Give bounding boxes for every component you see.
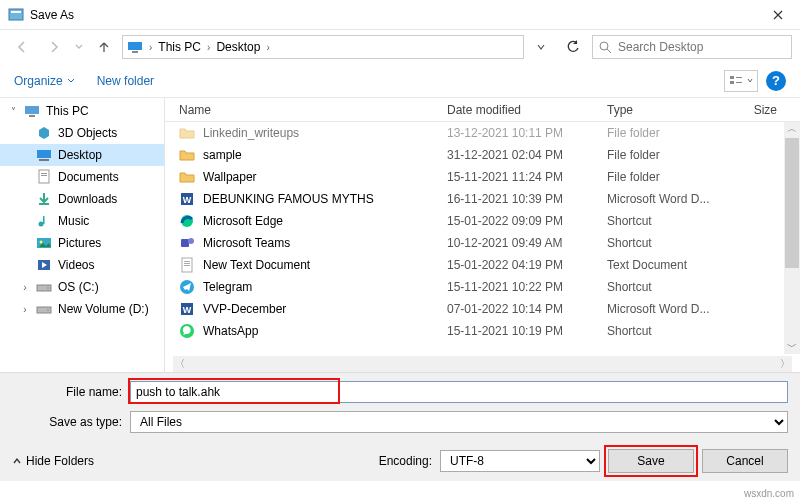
txt-icon [179, 257, 197, 273]
file-row[interactable]: Telegram15-11-2021 10:22 PMShortcut [165, 276, 800, 298]
file-row[interactable]: WVVP-December07-01-2022 10:14 PMMicrosof… [165, 298, 800, 320]
cancel-button[interactable]: Cancel [702, 449, 788, 473]
tree-item[interactable]: Downloads [0, 188, 164, 210]
saveas-type-select[interactable]: All Files [130, 411, 788, 433]
up-button[interactable] [90, 35, 118, 59]
breadcrumb-folder[interactable]: Desktop [214, 40, 262, 54]
word-icon: W [179, 191, 197, 207]
file-name: New Text Document [203, 258, 447, 272]
help-button[interactable]: ? [766, 71, 786, 91]
svg-rect-32 [184, 261, 190, 262]
col-date[interactable]: Date modified [447, 103, 607, 117]
refresh-button[interactable] [558, 35, 588, 59]
svg-rect-0 [9, 9, 23, 20]
file-name: DEBUNKING FAMOUS MYTHS [203, 192, 447, 206]
file-name: Telegram [203, 280, 447, 294]
file-type: File folder [607, 148, 737, 162]
file-name: VVP-December [203, 302, 447, 316]
tree-item[interactable]: Pictures [0, 232, 164, 254]
file-type: Shortcut [607, 280, 737, 294]
3d-icon [36, 125, 52, 141]
file-type: Shortcut [607, 236, 737, 250]
tree-item[interactable]: 3D Objects [0, 122, 164, 144]
drive-icon [36, 301, 52, 317]
col-name[interactable]: Name [179, 103, 447, 117]
breadcrumb[interactable]: › This PC › Desktop › [122, 35, 524, 59]
column-headers[interactable]: Name Date modified Type Size [165, 98, 800, 122]
encoding-select[interactable]: UTF-8 [440, 450, 600, 472]
tree-item[interactable]: ›OS (C:) [0, 276, 164, 298]
tree-item[interactable]: ›New Volume (D:) [0, 298, 164, 320]
content-area: ˅This PC3D ObjectsDesktopDocumentsDownlo… [0, 98, 800, 373]
dialog-footer: Hide Folders Encoding: UTF-8 Save Cancel [0, 439, 800, 481]
file-list[interactable]: Linkedin_writeups13-12-2021 10:11 PMFile… [165, 122, 800, 342]
folder-icon [179, 147, 197, 163]
search-icon [599, 41, 612, 54]
file-date: 15-01-2022 04:19 PM [447, 258, 607, 272]
col-type[interactable]: Type [607, 103, 737, 117]
expand-icon[interactable]: › [20, 282, 30, 293]
tree-item[interactable]: Videos [0, 254, 164, 276]
file-type: Text Document [607, 258, 737, 272]
forward-button[interactable] [40, 35, 68, 59]
tree-item[interactable]: Desktop [0, 144, 164, 166]
view-options-button[interactable] [724, 70, 758, 92]
navigation-tree[interactable]: ˅This PC3D ObjectsDesktopDocumentsDownlo… [0, 98, 165, 372]
breadcrumb-root[interactable]: This PC [156, 40, 203, 54]
expand-icon[interactable]: ˅ [8, 106, 18, 117]
title-bar: Save As [0, 0, 800, 30]
file-date: 16-11-2021 10:39 PM [447, 192, 607, 206]
svg-rect-7 [736, 77, 742, 78]
svg-rect-29 [181, 239, 189, 247]
file-type: Microsoft Word D... [607, 302, 737, 316]
vertical-scrollbar[interactable]: ︿﹀ [784, 122, 800, 354]
col-size[interactable]: Size [737, 103, 777, 117]
recent-locations-button[interactable] [72, 35, 86, 59]
file-name: Linkedin_writeups [203, 126, 447, 140]
file-row[interactable]: sample31-12-2021 02:04 PMFile folder [165, 144, 800, 166]
horizontal-scrollbar[interactable]: 〈〉 [173, 356, 792, 372]
svg-rect-11 [37, 150, 51, 158]
tree-item-label: Desktop [58, 148, 102, 162]
file-date: 13-12-2021 10:11 PM [447, 126, 607, 140]
file-row[interactable]: Linkedin_writeups13-12-2021 10:11 PMFile… [165, 122, 800, 144]
svg-rect-34 [184, 265, 190, 266]
hide-folders-button[interactable]: Hide Folders [12, 454, 94, 468]
back-button[interactable] [8, 35, 36, 59]
svg-rect-15 [41, 175, 47, 176]
tree-item[interactable]: Music [0, 210, 164, 232]
file-list-pane: Name Date modified Type Size Linkedin_wr… [165, 98, 800, 372]
expand-icon[interactable]: › [20, 304, 30, 315]
chevron-down-icon [67, 77, 75, 85]
close-button[interactable] [755, 0, 800, 30]
tree-item[interactable]: ˅This PC [0, 100, 164, 122]
address-dropdown[interactable] [528, 35, 554, 59]
edge-icon [179, 213, 197, 229]
file-row[interactable]: Microsoft Edge15-01-2022 09:09 PMShortcu… [165, 210, 800, 232]
new-folder-button[interactable]: New folder [97, 74, 154, 88]
save-button[interactable]: Save [608, 449, 694, 473]
tree-item-label: Music [58, 214, 89, 228]
svg-rect-5 [730, 76, 734, 79]
word-icon: W [179, 301, 197, 317]
file-row[interactable]: Wallpaper15-11-2021 11:24 PMFile folder [165, 166, 800, 188]
file-row[interactable]: New Text Document15-01-2022 04:19 PMText… [165, 254, 800, 276]
svg-rect-3 [132, 51, 138, 53]
file-row[interactable]: WhatsApp15-11-2021 10:19 PMShortcut [165, 320, 800, 342]
svg-rect-16 [39, 203, 49, 205]
file-row[interactable]: Microsoft Teams10-12-2021 09:49 AMShortc… [165, 232, 800, 254]
file-date: 15-11-2021 11:24 PM [447, 170, 607, 184]
file-type: Microsoft Word D... [607, 192, 737, 206]
svg-rect-12 [39, 159, 49, 161]
organize-button[interactable]: Organize [14, 74, 75, 88]
svg-point-30 [188, 238, 194, 244]
tree-item[interactable]: Documents [0, 166, 164, 188]
pc-icon [127, 39, 143, 55]
svg-point-25 [47, 309, 49, 311]
folder-icon [179, 169, 197, 185]
filename-input[interactable] [130, 381, 788, 403]
tree-item-label: This PC [46, 104, 89, 118]
search-input[interactable]: Search Desktop [592, 35, 792, 59]
file-name: Microsoft Edge [203, 214, 447, 228]
file-row[interactable]: WDEBUNKING FAMOUS MYTHS16-11-2021 10:39 … [165, 188, 800, 210]
